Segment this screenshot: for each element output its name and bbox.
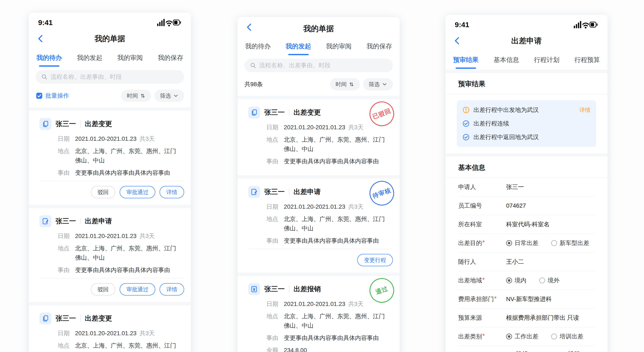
filter-button[interactable]: 筛选 (154, 90, 184, 102)
section-divider (238, 273, 400, 276)
radio-icon (551, 333, 557, 339)
precheck-section-title: 预审结果 (446, 73, 608, 94)
doc-money-icon (248, 283, 260, 295)
tab-bar: 我的待办 我的发起 我的审阅 我的保存 (238, 37, 400, 56)
change-route-button[interactable]: 变更行程 (357, 254, 393, 266)
applicant-name: 张三一 (56, 217, 76, 226)
reject-button[interactable]: 驳回 (91, 186, 116, 198)
trip-places: 佛山、中山 (284, 224, 385, 233)
approve-button[interactable]: 审批通过 (120, 283, 155, 295)
field-label: 地点 (266, 312, 279, 330)
applicant-name: 张三一 (264, 187, 285, 197)
form-label: 预算来源 (458, 314, 482, 322)
status-bar: 9:41 (446, 15, 608, 31)
radio-new-model-trip[interactable]: 新车型出差 (551, 239, 589, 247)
required-asterisk: * (482, 332, 485, 339)
title-divider (289, 109, 289, 116)
status-icons (573, 20, 598, 29)
sort-label: 时间 (336, 81, 346, 88)
title-divider (80, 218, 80, 224)
tab-saved[interactable]: 我的保存 (365, 40, 393, 56)
form-label: 出差地域 (458, 276, 482, 284)
approve-button[interactable]: 审批通过 (120, 186, 155, 198)
radio-overseas[interactable]: 境外 (539, 276, 560, 284)
radio-icon (551, 240, 557, 246)
tab-itinerary-plan[interactable]: 行程计划 (533, 54, 561, 70)
trip-places: 北京、上海、广州、东莞、惠州、江门 (284, 312, 385, 321)
sort-by-time-button[interactable]: 时间 (330, 78, 360, 91)
page-title: 我的单据 (94, 34, 125, 44)
trip-card[interactable]: 通过 张三一 出差报销 日期 2021.01.20-2021.01.23共3天 … (238, 276, 400, 352)
chevron-down-icon (382, 82, 387, 87)
trip-card[interactable]: 已驳回 张三一 出差变更 日期 2021.01.20-2021.01.23共3天… (238, 99, 400, 175)
list-controls: 批量操作 时间 筛选 (36, 90, 184, 102)
tab-itinerary-budget[interactable]: 行程预算 (573, 54, 601, 70)
radio-work-trip[interactable]: 工作出差 (506, 332, 538, 340)
radio-daily-trip[interactable]: 日常出差 (506, 239, 538, 247)
trip-start-time: 08:15 (516, 350, 528, 352)
search-input[interactable] (50, 74, 178, 80)
trip-date: 2021.01.20-2021.01.23 (284, 203, 345, 210)
search-icon (41, 74, 48, 80)
title-divider (80, 121, 80, 127)
form-label: 出差目的 (458, 239, 482, 247)
trip-date: 2021.01.20-2021.01.23 (284, 301, 345, 307)
detail-button[interactable]: 详情 (160, 186, 184, 198)
search-bar[interactable] (36, 70, 184, 84)
trip-places: 佛山、中山 (75, 156, 176, 165)
doc-edit-icon (248, 186, 260, 198)
tab-reviewed[interactable]: 我的审阅 (325, 40, 353, 56)
trip-reason: 变更事由具体内容事由具体内容事由 (75, 265, 170, 275)
radio-label: 境外 (548, 276, 560, 284)
search-input[interactable] (259, 62, 387, 69)
form-row-applicant: 申请人 张三一 (458, 178, 595, 197)
filter-button[interactable]: 筛选 (363, 78, 393, 91)
tab-bar: 我的待办 我的发起 我的审阅 我的保存 (29, 49, 191, 68)
filter-label: 筛选 (160, 92, 171, 100)
field-label: 地点 (266, 214, 279, 233)
tab-initiated[interactable]: 我的发起 (76, 52, 104, 68)
detail-link[interactable]: 详情 (580, 106, 590, 114)
search-bar[interactable] (244, 59, 393, 72)
radio-label: 新车型出差 (560, 239, 589, 247)
detail-button[interactable]: 详情 (160, 283, 184, 295)
tab-precheck-result[interactable]: 预审结果 (452, 54, 480, 70)
trip-days: 共3天 (140, 233, 155, 239)
title-divider (80, 315, 80, 322)
tab-initiated[interactable]: 我的发起 (284, 40, 312, 56)
section-divider (29, 302, 191, 305)
tab-basic-info[interactable]: 基本信息 (492, 54, 520, 70)
basic-info-section-title: 基本信息 (446, 157, 608, 178)
page-title: 我的单据 (303, 24, 334, 34)
tab-pending[interactable]: 我的待办 (244, 40, 272, 56)
back-icon[interactable] (36, 34, 46, 43)
tab-reviewed[interactable]: 我的审阅 (116, 52, 144, 68)
field-label: 事由 (266, 157, 279, 166)
required-asterisk: * (482, 276, 485, 283)
sort-label: 时间 (127, 92, 138, 100)
doc-change-icon (40, 312, 51, 324)
screen-my-docs-initiated: 我的单据 我的待办 我的发起 我的审阅 我的保存 共98条 时间 筛选 (238, 17, 400, 352)
batch-action-button[interactable]: 批量操作 (36, 92, 69, 100)
back-icon[interactable] (245, 23, 254, 32)
sort-by-time-button[interactable]: 时间 (121, 90, 151, 102)
radio-training-trip[interactable]: 培训出差 (551, 332, 583, 340)
reject-button[interactable]: 驳回 (91, 283, 116, 295)
form-label: 出差类别 (458, 332, 482, 340)
field-label: 金额 (266, 346, 279, 352)
tab-pending[interactable]: 我的待办 (35, 52, 63, 68)
list-controls: 共98条 时间 筛选 (244, 78, 393, 91)
status-bar: 9:41 (29, 13, 191, 29)
tab-saved[interactable]: 我的保存 (156, 52, 184, 68)
back-icon[interactable] (453, 36, 462, 46)
section-divider (238, 96, 400, 99)
trip-card[interactable]: 待审核 张三一 出差申请 日期 2021.01.20-2021.01.23共3天… (238, 179, 400, 273)
field-label: 地点 (58, 341, 70, 352)
trip-places: 佛山、中山 (284, 144, 385, 154)
doc-change-icon (248, 107, 260, 119)
form-row-trip-date[interactable]: 出差日期* 08:15 17:00 2021-11-12~2021-12-01 … (458, 346, 595, 352)
title-divider (289, 189, 289, 195)
field-label: 日期 (266, 299, 279, 309)
trip-places: 北京、上海、广州、东莞、惠州、江门 (75, 244, 176, 253)
radio-domestic[interactable]: 境内 (506, 276, 526, 284)
